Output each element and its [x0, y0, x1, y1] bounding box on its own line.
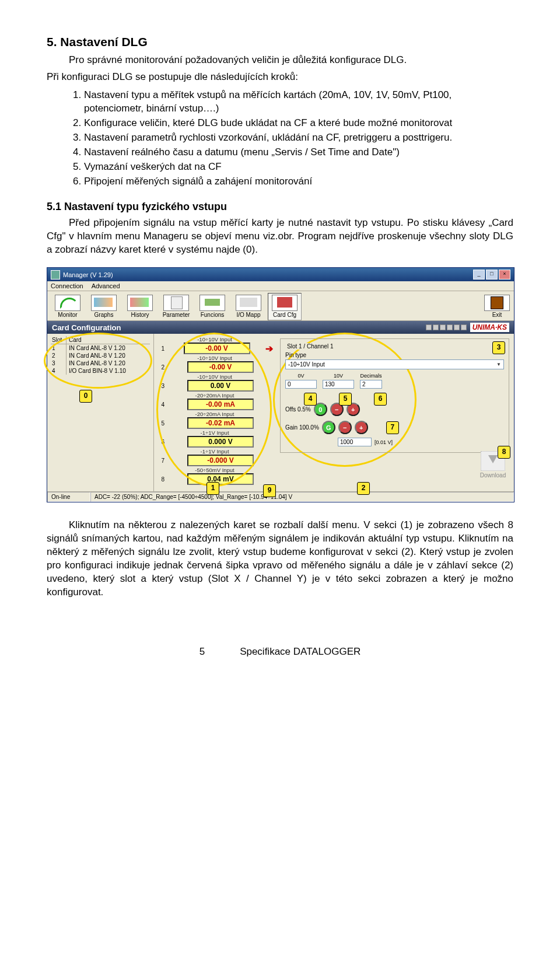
channel-config-panel: Slot 1 / Channel 1 Pin type -10÷10V Inpu…: [275, 334, 514, 491]
pin-type-select[interactable]: -10÷10V Input▼: [285, 359, 504, 369]
download-button[interactable]: Download 8: [477, 451, 509, 478]
card-row-1[interactable]: 1IN Card ANL-8 V 1.20: [51, 344, 150, 352]
reading-3-value[interactable]: 0.00 V: [187, 380, 254, 392]
annotation-badge-4: 4: [304, 393, 317, 406]
minimize-button[interactable]: _: [473, 270, 485, 280]
status-bar: On-line ADC= -22 (50%); ADC_Range= [-450…: [47, 491, 514, 502]
reading-5-value[interactable]: -0.02 mA: [187, 417, 254, 429]
toolbar: Monitor Graphs History Parameter Funcion…: [47, 291, 514, 321]
offs-label: Offs 0.5%: [285, 406, 311, 413]
reading-6-value[interactable]: 0.000 V: [187, 436, 254, 448]
reading-4-value[interactable]: -0.00 mA: [187, 399, 254, 410]
steps-list: Nastavení typu a měřítek vstupů na měříc…: [68, 89, 513, 188]
card-slot-list: Slot Card 1IN Card ANL-8 V 1.20 2IN Card…: [47, 334, 154, 491]
card-config-header: Card Configuration UNIMA·KS: [47, 321, 514, 334]
reading-2-label: -10÷10V Input: [156, 355, 273, 361]
brand-logo: UNIMA·KS: [426, 323, 509, 332]
card-row-3[interactable]: 3IN Card ANL-8 V 1.20: [51, 359, 150, 367]
annotation-badge-0: 0: [79, 390, 92, 403]
reading-7-value[interactable]: -0.000 V: [187, 455, 254, 466]
label-numeric-right: [0.01 V]: [374, 439, 393, 445]
embedded-screenshot: Manager (V 1.29) _ □ × Connection Advanc…: [47, 267, 513, 502]
input-decimals[interactable]: 2: [360, 380, 382, 389]
input-numeric-left[interactable]: 1000: [338, 438, 372, 446]
channel-readings-panel: -10÷10V Input1-0.00 V➔ -10÷10V Input2-0.…: [154, 334, 275, 491]
reading-5-label: -20÷20mA Input: [156, 411, 273, 417]
gain-plus-button[interactable]: +: [355, 421, 368, 434]
tool-cardcfg[interactable]: Card Cfg: [268, 293, 302, 320]
doc-title-footer: Specifikace DATALOGGER: [240, 646, 360, 658]
chevron-down-icon: ▼: [496, 362, 501, 367]
reading-8-label: -50÷50mV Input: [156, 467, 273, 473]
input-0v[interactable]: 0: [285, 380, 317, 389]
window-title: Manager (V 1.29): [63, 271, 113, 278]
status-adc: ADC= -22 (50%); ADC_Range= [-4500÷4500];…: [90, 492, 514, 502]
col-card: Card: [66, 336, 150, 344]
heading-5-1: 5.1 Nastavení typu fyzického vstupu: [47, 201, 513, 213]
tool-functions[interactable]: Funcions: [195, 293, 229, 320]
card-row-4[interactable]: 4I/O Card BIN-8 V 1.10: [51, 367, 150, 375]
maximize-button[interactable]: □: [486, 270, 498, 280]
intro-line2: Při konfiguraci DLG se postupuje dle nás…: [47, 71, 513, 84]
para-5-1: Před připojením signálu na vstup měřící …: [47, 216, 513, 257]
page-footer: 5 Specifikace DATALOGGER: [47, 646, 513, 658]
close-button[interactable]: ×: [499, 270, 510, 280]
reading-3-label: -10÷10V Input: [156, 373, 273, 380]
annotation-badge-9: 9: [263, 484, 276, 497]
app-window: Manager (V 1.29) _ □ × Connection Advanc…: [47, 267, 514, 502]
reading-1-label: -10÷10V Input: [156, 336, 273, 343]
app-icon: [51, 270, 60, 280]
step-6: Připojení měřených signálů a zahájení mo…: [84, 175, 513, 188]
tool-iomapp[interactable]: I/O Mapp: [232, 293, 265, 320]
card-row-2[interactable]: 2IN Card ANL-8 V 1.20: [51, 352, 150, 359]
step-2: Konfigurace veličin, které DLG bude uklá…: [84, 117, 513, 130]
step-4: Nastavení reálného času a datumu (menu „…: [84, 146, 513, 159]
annotation-badge-6: 6: [374, 393, 387, 406]
gain-label: Gain 100.0%: [285, 424, 319, 431]
tool-exit[interactable]: Exit: [484, 293, 510, 320]
heading-5: 5. Nastavení DLG: [47, 35, 513, 49]
tool-parameter[interactable]: Parameter: [159, 293, 193, 320]
gain-minus-button[interactable]: −: [338, 421, 352, 434]
menu-bar: Connection Advanced: [47, 281, 514, 291]
para-end: Kliknutím na některou z nalezených karet…: [47, 519, 513, 599]
tool-graphs[interactable]: Graphs: [87, 293, 121, 320]
annotation-badge-7: 7: [386, 421, 399, 434]
input-10v[interactable]: 130: [323, 380, 354, 389]
gain-g-button[interactable]: G: [322, 421, 335, 434]
page-number: 5: [200, 646, 205, 658]
label-0v: 0V: [285, 373, 317, 379]
tool-monitor[interactable]: Monitor: [51, 293, 85, 320]
reading-6-label: -1÷1V Input: [156, 429, 273, 436]
label-decimals: Decimals: [360, 373, 382, 379]
intro-line1: Pro správné monitorování požadovaných ve…: [69, 54, 513, 67]
annotation-badge-5: 5: [339, 393, 352, 406]
annotation-badge-3: 3: [492, 341, 505, 354]
annotation-badge-1: 1: [206, 482, 219, 495]
reading-1-value[interactable]: -0.00 V: [184, 343, 250, 354]
col-slot: Slot: [51, 336, 66, 344]
label-10v: 10V: [323, 373, 354, 379]
menu-advanced[interactable]: Advanced: [92, 282, 120, 289]
reading-2-value[interactable]: -0.00 V: [187, 361, 254, 373]
selection-arrow-icon: ➔: [265, 343, 273, 354]
card-config-title: Card Configuration: [52, 323, 121, 332]
step-5: Vymazání veškerých dat na CF: [84, 160, 513, 174]
annotation-badge-2: 2: [357, 482, 370, 495]
annotation-badge-8: 8: [498, 446, 510, 459]
tool-history[interactable]: History: [123, 293, 157, 320]
menu-connection[interactable]: Connection: [51, 282, 83, 289]
status-online: On-line: [47, 492, 90, 502]
card-config-body: Slot Card 1IN Card ANL-8 V 1.20 2IN Card…: [47, 334, 514, 491]
step-3: Nastavení parametrů rychlosti vzorkování…: [84, 131, 513, 145]
step-1: Nastavení typu a měřítek vstupů na měříc…: [84, 89, 513, 116]
reading-4-label: -20÷20mA Input: [156, 392, 273, 399]
slot-channel-title: Slot 1 / Channel 1: [285, 343, 335, 350]
window-titlebar: Manager (V 1.29) _ □ ×: [47, 268, 514, 281]
reading-7-label: -1÷1V Input: [156, 448, 273, 455]
reading-8-value[interactable]: 0.04 mV: [187, 473, 254, 485]
pin-type-label: Pin type: [285, 352, 504, 358]
